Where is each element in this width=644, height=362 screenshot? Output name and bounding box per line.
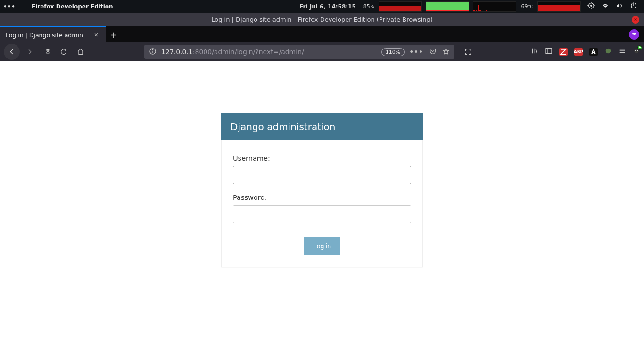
tab-close-button[interactable] xyxy=(92,31,100,39)
browser-tab[interactable]: Log in | Django site admin xyxy=(0,26,106,42)
private-browsing-icon xyxy=(629,29,639,40)
greasemonkey-extension-icon[interactable] xyxy=(633,47,640,57)
svg-point-14 xyxy=(606,49,611,54)
password-row: Password: xyxy=(233,194,411,223)
fullscreen-icon[interactable] xyxy=(461,45,475,59)
site-info-icon[interactable] xyxy=(149,48,157,57)
username-label: Username: xyxy=(233,155,411,162)
power-icon[interactable] xyxy=(630,2,637,11)
svg-point-1 xyxy=(591,5,592,7)
battery-percent: 85% xyxy=(361,3,377,9)
svg-line-11 xyxy=(536,49,537,53)
location-icon[interactable] xyxy=(587,2,595,11)
font-extension-icon[interactable]: A xyxy=(589,48,598,56)
system-graph-temp[interactable] xyxy=(537,1,581,12)
navigation-toolbar: 127.0.0.1:8000/admin/login/?next=/admin/… xyxy=(0,42,644,61)
url-bar[interactable]: 127.0.0.1:8000/admin/login/?next=/admin/… xyxy=(144,45,454,59)
tab-title: Log in | Django site admin xyxy=(6,32,83,39)
tab-strip: Log in | Django site admin + xyxy=(0,26,644,42)
svg-point-19 xyxy=(635,50,636,51)
developer-button[interactable] xyxy=(40,45,54,59)
library-icon[interactable] xyxy=(531,47,538,57)
system-tray xyxy=(583,2,644,11)
window-close-button[interactable] xyxy=(632,16,639,24)
new-tab-button[interactable]: + xyxy=(106,26,122,42)
pocket-icon[interactable] xyxy=(429,48,437,57)
reload-button[interactable] xyxy=(57,45,71,59)
system-top-bar: ••• Firefox Developer Edition Fri Jul 6,… xyxy=(0,0,644,13)
extension-icon[interactable] xyxy=(604,47,612,57)
page-content: Django administration Username: Password… xyxy=(0,61,644,362)
clock[interactable]: Fri Jul 6, 14:58:15 xyxy=(295,3,361,10)
username-row: Username: xyxy=(233,155,411,184)
password-label: Password: xyxy=(233,194,411,201)
submit-row: Log in xyxy=(233,237,411,255)
update-badge-icon xyxy=(637,45,642,50)
system-graph-cpu[interactable] xyxy=(379,1,422,12)
wifi-icon[interactable] xyxy=(602,2,609,11)
window-title-bar: Log in | Django site admin - Firefox Dev… xyxy=(0,13,644,26)
window-title: Log in | Django site admin - Firefox Dev… xyxy=(211,16,433,23)
sidebar-icon[interactable] xyxy=(545,47,553,57)
login-button[interactable]: Log in xyxy=(304,237,340,255)
active-app-title: Firefox Developer Edition xyxy=(19,3,113,10)
noscript-extension-icon[interactable] xyxy=(559,48,568,56)
password-input[interactable] xyxy=(233,205,411,223)
url-text: 127.0.0.1:8000/admin/login/?next=/admin/ xyxy=(161,48,381,56)
bookmark-star-icon[interactable] xyxy=(442,48,450,57)
forward-button xyxy=(23,45,37,59)
login-card: Django administration Username: Password… xyxy=(221,113,423,267)
adblock-extension-icon[interactable]: ABP xyxy=(574,48,583,56)
svg-rect-12 xyxy=(546,49,552,54)
zoom-level-badge[interactable]: 110% xyxy=(381,48,405,56)
home-button[interactable] xyxy=(74,45,88,59)
login-header: Django administration xyxy=(221,113,423,140)
toolbar-extensions: ABP A xyxy=(528,47,640,57)
username-input[interactable] xyxy=(233,166,411,184)
temperature: 69°C xyxy=(518,3,536,9)
back-button[interactable] xyxy=(4,44,20,60)
login-form: Username: Password: Log in xyxy=(221,140,423,267)
app-menu-button[interactable] xyxy=(619,47,626,57)
system-graph-memory[interactable] xyxy=(426,1,469,12)
page-actions-icon[interactable]: ••• xyxy=(409,48,423,56)
system-graph-network[interactable] xyxy=(473,1,516,12)
app-menu-icon[interactable]: ••• xyxy=(0,3,19,10)
svg-point-8 xyxy=(152,49,153,50)
volume-icon[interactable] xyxy=(616,2,623,11)
